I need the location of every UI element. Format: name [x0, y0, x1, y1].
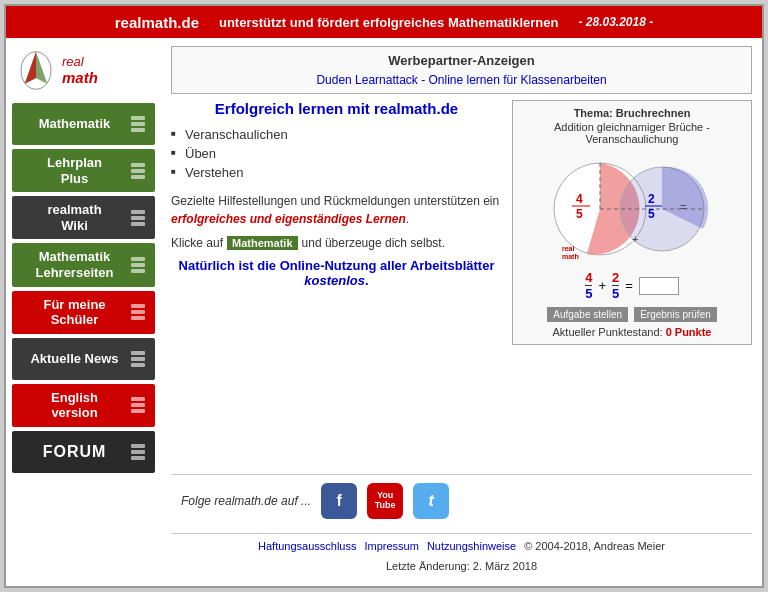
sidebar-item-news[interactable]: Aktuelle News: [12, 338, 155, 380]
header-tagline: unterstützt und fördert erfolgreiches Ma…: [219, 15, 559, 30]
math-badge: Mathematik: [227, 236, 298, 250]
footer-link-haftung[interactable]: Haftungsausschluss: [258, 540, 356, 552]
footer-copyright: © 2004-2018, Andreas Meier: [524, 540, 665, 552]
sidebar-item-lehrplan[interactable]: LehrplanPlus: [12, 149, 155, 192]
social-bar: Folge realmath.de auf ... f YouTube t: [171, 474, 752, 527]
nav-icon-english: [129, 390, 147, 420]
footer-link-nutzung[interactable]: Nutzungshinweise: [427, 540, 516, 552]
header-date: - 28.03.2018 -: [578, 15, 653, 29]
answer-input[interactable]: [639, 277, 679, 295]
kostenlos-line: Natürlich ist die Online-Nutzung aller A…: [171, 258, 502, 288]
svg-text:+: +: [632, 233, 638, 245]
twitter-icon[interactable]: t: [413, 483, 449, 519]
content-area: Werbepartner-Anzeigen Duden Learnattack …: [161, 38, 762, 586]
desc-text: Gezielte Hilfestellungen und Rückmeldung…: [171, 192, 502, 228]
werbepartner-title: Werbepartner-Anzeigen: [182, 53, 741, 68]
click-line: Klicke auf Mathematik und überzeuge dich…: [171, 236, 502, 250]
footer-bar: Haftungsausschluss Impressum Nutzungshin…: [171, 533, 752, 578]
main-area: real math Mathematik LehrplanPlus realma…: [6, 38, 762, 586]
svg-text:=: =: [680, 201, 686, 213]
sidebar-item-english[interactable]: Englishversion: [12, 384, 155, 427]
footer-last-change: Letzte Änderung: 2. März 2018: [386, 560, 537, 572]
werbepartner-link[interactable]: Duden Learnattack - Online lernen für Kl…: [316, 73, 606, 87]
nav-icon-schueler: [129, 297, 147, 327]
circle-diagram: real math 4 5 + 2 5 =: [532, 151, 732, 261]
sidebar-item-wiki[interactable]: realmathWiki: [12, 196, 155, 239]
footer-link-impressum[interactable]: Impressum: [364, 540, 418, 552]
math-viz-box: Thema: Bruchrechnen Addition gleichnamig…: [512, 100, 752, 468]
logo-area: real math: [12, 42, 155, 99]
score-display: Aktueller Punktestand: 0 Punkte: [519, 326, 745, 338]
sidebar: real math Mathematik LehrplanPlus realma…: [6, 38, 161, 586]
bullet-item-1: Veranschaulichen: [171, 125, 502, 144]
site-name: realmath.de: [115, 14, 199, 31]
nav-icon-lehrer: [129, 250, 147, 280]
viz-title: Thema: Bruchrechnen: [519, 107, 745, 119]
youtube-icon[interactable]: YouTube: [367, 483, 403, 519]
bullet-item-2: Üben: [171, 144, 502, 163]
svg-text:math: math: [562, 253, 579, 260]
main-heading: Erfolgreich lernen mit realmath.de: [171, 100, 502, 117]
social-label: Folge realmath.de auf ...: [181, 494, 311, 508]
mid-section: Erfolgreich lernen mit realmath.de Veran…: [171, 100, 752, 468]
svg-text:real: real: [562, 245, 575, 252]
nav-icon-lehrplan: [129, 156, 147, 186]
facebook-icon[interactable]: f: [321, 483, 357, 519]
nav-icon-news: [129, 344, 147, 374]
sidebar-item-lehrer[interactable]: MathematikLehrerseiten: [12, 243, 155, 286]
bullet-item-3: Verstehen: [171, 163, 502, 182]
math-visualization: Thema: Bruchrechnen Addition gleichnamig…: [512, 100, 752, 345]
input-fraction-line: 4 5 + 2 5 =: [519, 270, 745, 301]
mid-left: Erfolgreich lernen mit realmath.de Veran…: [171, 100, 502, 468]
header-bar: realmath.de unterstützt und fördert erfo…: [6, 6, 762, 38]
svg-text:2: 2: [648, 192, 655, 206]
nav-icon-wiki: [129, 203, 147, 233]
action-buttons: Aufgabe stellen Ergebnis prüfen: [519, 307, 745, 322]
sidebar-item-forum[interactable]: FORUM: [12, 431, 155, 473]
nav-icon-mathematik: [129, 109, 147, 139]
bullet-list: Veranschaulichen Üben Verstehen: [171, 125, 502, 182]
svg-text:5: 5: [648, 207, 655, 221]
viz-subtitle: Addition gleichnamiger Brüche - Veransch…: [519, 121, 745, 145]
aufgabe-button[interactable]: Aufgabe stellen: [547, 307, 628, 322]
sidebar-item-mathematik[interactable]: Mathematik: [12, 103, 155, 145]
frac-input-2: 2 5: [612, 270, 619, 301]
logo-icon: [16, 48, 56, 93]
nav-icon-forum: [129, 437, 147, 467]
sidebar-item-schueler[interactable]: Für meineSchüler: [12, 291, 155, 334]
frac-input-1: 4 5: [585, 270, 592, 301]
werbepartner-box: Werbepartner-Anzeigen Duden Learnattack …: [171, 46, 752, 94]
logo-text: real math: [62, 54, 98, 88]
svg-text:4: 4: [576, 192, 583, 206]
ergebnis-button[interactable]: Ergebnis prüfen: [634, 307, 717, 322]
svg-text:5: 5: [576, 207, 583, 221]
